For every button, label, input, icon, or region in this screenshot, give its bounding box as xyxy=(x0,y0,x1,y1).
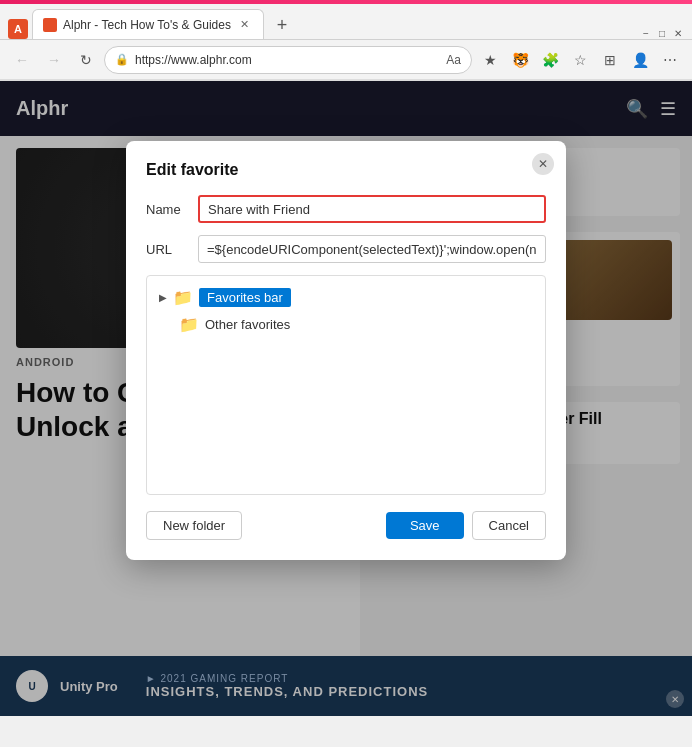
forward-button[interactable]: → xyxy=(40,46,68,74)
tab-title: Alphr - Tech How To's & Guides xyxy=(63,18,231,32)
other-folder-icon: 📁 xyxy=(179,315,199,334)
nav-bar: ← → ↻ 🔒 https://www.alphr.com Aa ★ 🐯 🧩 ☆… xyxy=(0,40,692,80)
name-field-row: Name xyxy=(146,195,546,223)
minimize-button[interactable]: − xyxy=(640,27,652,39)
more-button[interactable]: ⋯ xyxy=(656,46,684,74)
close-window-button[interactable]: ✕ xyxy=(672,27,684,39)
dialog-close-button[interactable]: ✕ xyxy=(532,153,554,175)
active-tab[interactable]: Alphr - Tech How To's & Guides ✕ xyxy=(32,9,264,39)
folder-tree: ▶ 📁 Favorites bar 📁 Other favorites xyxy=(146,275,546,495)
name-input[interactable] xyxy=(198,195,546,223)
page-content: Alphr 🔍 ☰ 🤖 ANDROID How to CarrierUnlock… xyxy=(0,81,692,716)
arrow-icon: ▶ xyxy=(159,292,167,303)
refresh-button[interactable]: ↻ xyxy=(72,46,100,74)
site-info-button[interactable]: ⊞ xyxy=(596,46,624,74)
other-favorites-item[interactable]: 📁 Other favorites xyxy=(147,311,545,338)
add-favorite-button[interactable]: ☆ xyxy=(566,46,594,74)
url-label: URL xyxy=(146,242,186,257)
address-bar[interactable]: 🔒 https://www.alphr.com Aa xyxy=(104,46,472,74)
tab-close-button[interactable]: ✕ xyxy=(237,17,253,33)
favorites-bar-label[interactable]: Favorites bar xyxy=(199,288,291,307)
save-button[interactable]: Save xyxy=(386,512,464,539)
tab-bar: A Alphr - Tech How To's & Guides ✕ + − □… xyxy=(0,4,692,40)
favorites-bar-item[interactable]: ▶ 📁 Favorites bar xyxy=(147,284,545,311)
edit-favorite-dialog: ✕ Edit favorite Name URL ▶ 📁 Favorites b… xyxy=(126,141,566,560)
browser-chrome: A Alphr - Tech How To's & Guides ✕ + − □… xyxy=(0,4,692,81)
extensions-button[interactable]: 🧩 xyxy=(536,46,564,74)
dialog-overlay: ✕ Edit favorite Name URL ▶ 📁 Favorites b… xyxy=(0,81,692,716)
other-favorites-label: Other favorites xyxy=(205,317,290,332)
name-label: Name xyxy=(146,202,186,217)
lock-icon: 🔒 xyxy=(115,53,129,66)
dialog-footer: New folder Save Cancel xyxy=(146,511,546,540)
read-mode-button[interactable]: Aa xyxy=(446,53,461,67)
new-folder-button[interactable]: New folder xyxy=(146,511,242,540)
folder-icon: 📁 xyxy=(173,288,193,307)
collections-button[interactable]: 🐯 xyxy=(506,46,534,74)
tab-favicon xyxy=(43,18,57,32)
nav-icons: ★ 🐯 🧩 ☆ ⊞ 👤 ⋯ xyxy=(476,46,684,74)
window-controls: − □ ✕ xyxy=(640,27,684,39)
browser-icon: A xyxy=(8,19,28,39)
favorites-button[interactable]: ★ xyxy=(476,46,504,74)
url-field-row: URL xyxy=(146,235,546,263)
profile-button[interactable]: 👤 xyxy=(626,46,654,74)
url-input[interactable] xyxy=(198,235,546,263)
dialog-title: Edit favorite xyxy=(146,161,546,179)
url-display: https://www.alphr.com xyxy=(135,53,440,67)
cancel-button[interactable]: Cancel xyxy=(472,511,546,540)
maximize-button[interactable]: □ xyxy=(656,27,668,39)
back-button[interactable]: ← xyxy=(8,46,36,74)
new-tab-button[interactable]: + xyxy=(268,11,296,39)
